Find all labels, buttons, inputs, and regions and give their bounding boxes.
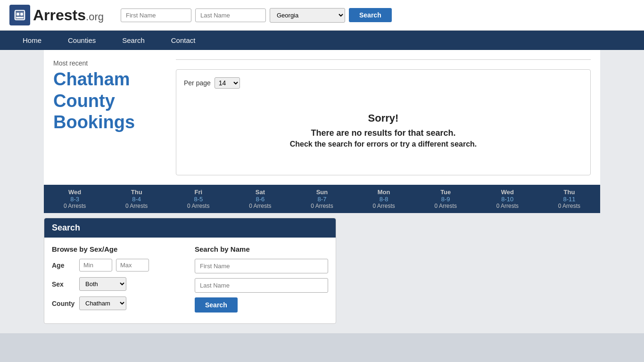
bottom-section: Search Browse by Sex/Age Age Sex Both: [44, 213, 600, 324]
date-cell[interactable]: Wed 8-10 0 Arrests: [477, 185, 538, 213]
day-name: Fri: [172, 189, 224, 196]
age-min-input[interactable]: [79, 259, 112, 272]
most-recent-label: Most recent: [53, 59, 166, 67]
date-link[interactable]: 8-8: [358, 196, 410, 203]
date-cell[interactable]: Thu 8-11 0 Arrests: [538, 185, 600, 213]
logo[interactable]: Arrests.org: [9, 5, 104, 25]
logo-icon: [9, 5, 30, 25]
svg-point-3: [20, 13, 23, 16]
nav-counties[interactable]: Counties: [55, 31, 109, 50]
date-cell[interactable]: Thu 8-4 0 Arrests: [106, 185, 167, 213]
arrests-count: 0 Arrests: [420, 203, 472, 209]
header-search-button[interactable]: Search: [349, 8, 392, 22]
date-link[interactable]: 8-4: [110, 196, 163, 203]
search-panel: Search Browse by Sex/Age Age Sex Both: [44, 218, 336, 324]
name-search-button[interactable]: Search: [195, 297, 238, 313]
day-name: Wed: [49, 189, 101, 196]
per-page-label: Per page: [184, 79, 211, 87]
sex-select[interactable]: Both Male Female: [79, 277, 126, 291]
per-page-select[interactable]: 14 25 50 100: [215, 77, 240, 89]
name-search-heading: Search by Name: [195, 245, 328, 253]
arrests-count: 0 Arrests: [543, 203, 595, 209]
ad-panel: [344, 218, 600, 324]
date-link[interactable]: 8-10: [481, 196, 534, 203]
date-cell[interactable]: Mon 8-8 0 Arrests: [353, 185, 415, 213]
arrests-count: 0 Arrests: [481, 203, 534, 209]
search-panel-title: Search: [44, 218, 336, 238]
header-first-name-input[interactable]: [121, 8, 191, 22]
main-nav: Home Counties Search Contact: [0, 31, 644, 50]
date-bar: Wed 8-3 0 Arrests Thu 8-4 0 Arrests Fri …: [44, 185, 600, 213]
date-cell[interactable]: Tue 8-9 0 Arrests: [415, 185, 477, 213]
svg-point-2: [17, 13, 19, 16]
date-link[interactable]: 8-11: [543, 196, 595, 203]
arrests-count: 0 Arrests: [296, 203, 348, 209]
county-title: Chatham County Bookings: [53, 69, 166, 133]
no-results-message: Sorry! There are no results for that sea…: [184, 98, 583, 167]
search-last-name-input[interactable]: [195, 278, 328, 293]
svg-rect-0: [14, 11, 25, 20]
day-name: Tue: [420, 189, 472, 196]
nav-search[interactable]: Search: [109, 31, 158, 50]
day-name: Thu: [110, 189, 163, 196]
date-link[interactable]: 8-9: [420, 196, 472, 203]
day-name: Mon: [358, 189, 410, 196]
arrests-count: 0 Arrests: [49, 203, 101, 209]
date-link[interactable]: 8-3: [49, 196, 101, 203]
date-cell[interactable]: Sun 8-7 0 Arrests: [291, 185, 353, 213]
date-link[interactable]: 8-7: [296, 196, 348, 203]
date-link[interactable]: 8-5: [172, 196, 224, 203]
arrests-count: 0 Arrests: [172, 203, 224, 209]
sex-label: Sex: [52, 280, 75, 288]
browse-heading: Browse by Sex/Age: [52, 245, 185, 253]
arrests-count: 0 Arrests: [358, 203, 410, 209]
date-cell[interactable]: Sat 8-6 0 Arrests: [229, 185, 291, 213]
county-select[interactable]: Chatham: [79, 296, 126, 310]
day-name: Sat: [234, 189, 286, 196]
age-max-input[interactable]: [116, 259, 149, 272]
search-first-name-input[interactable]: [195, 259, 328, 273]
arrests-count: 0 Arrests: [110, 203, 163, 209]
date-link[interactable]: 8-6: [234, 196, 286, 203]
day-name: Thu: [543, 189, 595, 196]
day-name: Wed: [481, 189, 534, 196]
date-cell[interactable]: Fri 8-5 0 Arrests: [167, 185, 229, 213]
header-state-select[interactable]: Georgia Alabama Florida: [270, 8, 345, 23]
results-box: Per page 14 25 50 100 Sorry! There are n…: [176, 69, 591, 175]
arrests-count: 0 Arrests: [234, 203, 286, 209]
nav-contact[interactable]: Contact: [158, 31, 209, 50]
date-cell[interactable]: Wed 8-3 0 Arrests: [44, 185, 106, 213]
site-name: Arrests.org: [33, 7, 104, 24]
county-label: County: [52, 300, 75, 307]
header-last-name-input[interactable]: [195, 8, 266, 22]
age-label: Age: [52, 262, 75, 269]
svg-rect-4: [16, 17, 24, 18]
nav-home[interactable]: Home: [9, 31, 55, 50]
day-name: Sun: [296, 189, 348, 196]
